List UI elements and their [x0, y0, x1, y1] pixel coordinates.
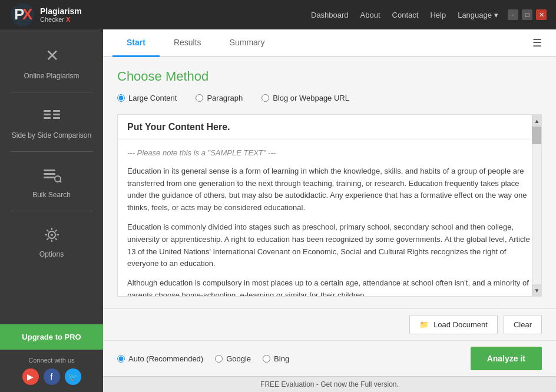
analysis-row: Auto (Recommended) Google Bing Analyze i…: [103, 340, 556, 376]
choose-method-title: Choose Method: [117, 69, 542, 84]
folder-icon: 📁: [419, 320, 429, 329]
chevron-down-icon: ▾: [494, 11, 498, 19]
window-controls: − □ ✕: [508, 9, 547, 20]
textarea-body[interactable]: --- Please note this is a "SAMPLE TEXT" …: [118, 140, 541, 296]
topbar-nav: Dashboard About Contact Help Language ▾: [311, 11, 498, 19]
side-by-side-icon: [40, 104, 64, 128]
sidebar-divider-1: [11, 92, 93, 92]
radio-large-content[interactable]: Large Content: [117, 94, 177, 102]
logo-text-block: Plagiarism Checker X: [40, 6, 82, 23]
sidebar-item-bulk-search[interactable]: Bulk Search: [0, 154, 103, 208]
topbar: P X Plagiarism Checker X Dashboard About…: [0, 0, 556, 29]
svg-text:✕: ✕: [45, 46, 58, 65]
tab-start[interactable]: Start: [112, 29, 160, 57]
tab-summary[interactable]: Summary: [216, 29, 279, 57]
method-radio-group: Large Content Paragraph Blog or Webpage …: [117, 94, 542, 102]
hamburger-menu-icon[interactable]: ☰: [528, 29, 547, 56]
sidebar-item-online-plagiarism[interactable]: ✕ Online Plagiarism: [0, 35, 103, 89]
svg-rect-5: [44, 114, 51, 115]
online-plagiarism-icon: ✕: [40, 45, 64, 68]
sidebar-item-side-by-side[interactable]: Side by Side Comparison: [0, 95, 103, 149]
radio-google[interactable]: Google: [215, 354, 251, 363]
svg-rect-6: [44, 117, 51, 119]
radio-bing[interactable]: Bing: [263, 354, 289, 363]
textarea-header: Put Your Content Here.: [118, 115, 541, 140]
tab-results[interactable]: Results: [160, 29, 216, 57]
radio-blog-url[interactable]: Blog or Webpage URL: [262, 94, 349, 102]
paragraph-3: Although education is compulsory in most…: [127, 277, 532, 296]
sample-note: --- Please note this is a "SAMPLE TEXT" …: [127, 147, 532, 160]
inner-content: Choose Method Large Content Paragraph Bl…: [103, 57, 556, 308]
scrollbar-down-arrow[interactable]: ▼: [532, 284, 541, 296]
scrollbar-thumb[interactable]: [532, 127, 541, 144]
social-icons: ▶ f 🐦: [22, 368, 81, 385]
load-document-button[interactable]: 📁 Load Document: [409, 315, 498, 334]
sidebar-divider-3: [11, 211, 93, 211]
connect-section: Connect with us ▶ f 🐦: [18, 350, 86, 392]
svg-line-23: [55, 230, 57, 232]
bulk-search-icon: [40, 164, 64, 187]
search-radio-group: Auto (Recommended) Google Bing: [117, 354, 456, 363]
connect-label: Connect with us: [22, 357, 81, 364]
radio-paragraph[interactable]: Paragraph: [196, 94, 243, 102]
main-layout: ✕ Online Plagiarism Side by Side Compari…: [0, 29, 556, 392]
nav-about[interactable]: About: [360, 11, 380, 19]
radio-auto[interactable]: Auto (Recommended): [117, 354, 203, 363]
facebook-icon[interactable]: f: [44, 368, 60, 385]
svg-line-24: [47, 238, 48, 240]
sidebar-divider-2: [11, 151, 93, 152]
bottom-action-bar: 📁 Load Document Clear: [103, 308, 556, 340]
svg-line-22: [55, 238, 57, 240]
twitter-icon[interactable]: 🐦: [65, 368, 81, 385]
clear-button[interactable]: Clear: [504, 315, 542, 334]
youtube-icon[interactable]: ▶: [22, 368, 39, 385]
free-eval-bar: FREE Evaluation - Get now the Full versi…: [103, 376, 556, 392]
upgrade-button[interactable]: Upgrade to PRO: [0, 324, 103, 350]
minimize-button[interactable]: −: [508, 9, 518, 20]
tab-bar: Start Results Summary ☰: [103, 29, 556, 57]
svg-rect-9: [53, 117, 60, 119]
language-dropdown[interactable]: Language ▾: [458, 11, 498, 19]
nav-dashboard[interactable]: Dashboard: [311, 11, 349, 19]
analyze-button[interactable]: Analyze it: [471, 347, 542, 370]
options-icon: [40, 223, 64, 247]
svg-rect-7: [53, 110, 60, 112]
sidebar-item-options[interactable]: Options: [0, 214, 103, 268]
paragraph-1: Education in its general sense is a form…: [127, 165, 532, 214]
svg-rect-10: [44, 170, 55, 171]
content-area: Start Results Summary ☰ Choose Method La…: [103, 29, 556, 392]
logo-icon: P X: [9, 2, 35, 28]
scrollbar-track[interactable]: ▲ ▼: [532, 115, 541, 296]
svg-line-21: [47, 230, 48, 232]
scrollbar-up-arrow[interactable]: ▲: [532, 115, 541, 127]
textarea-section: Put Your Content Here. --- Please note t…: [117, 114, 542, 297]
svg-rect-8: [53, 114, 60, 115]
paragraph-2: Education is commonly divided into stage…: [127, 221, 532, 270]
nav-contact[interactable]: Contact: [392, 11, 419, 19]
svg-point-16: [51, 234, 53, 236]
svg-rect-12: [44, 177, 55, 178]
svg-rect-4: [44, 110, 51, 112]
svg-line-14: [59, 181, 61, 183]
sidebar: ✕ Online Plagiarism Side by Side Compari…: [0, 29, 103, 392]
svg-rect-11: [44, 173, 55, 175]
maximize-button[interactable]: □: [522, 9, 532, 20]
logo-area: P X Plagiarism Checker X: [9, 2, 82, 28]
nav-help[interactable]: Help: [430, 11, 446, 19]
svg-text:X: X: [22, 5, 33, 23]
close-button[interactable]: ✕: [536, 9, 547, 20]
